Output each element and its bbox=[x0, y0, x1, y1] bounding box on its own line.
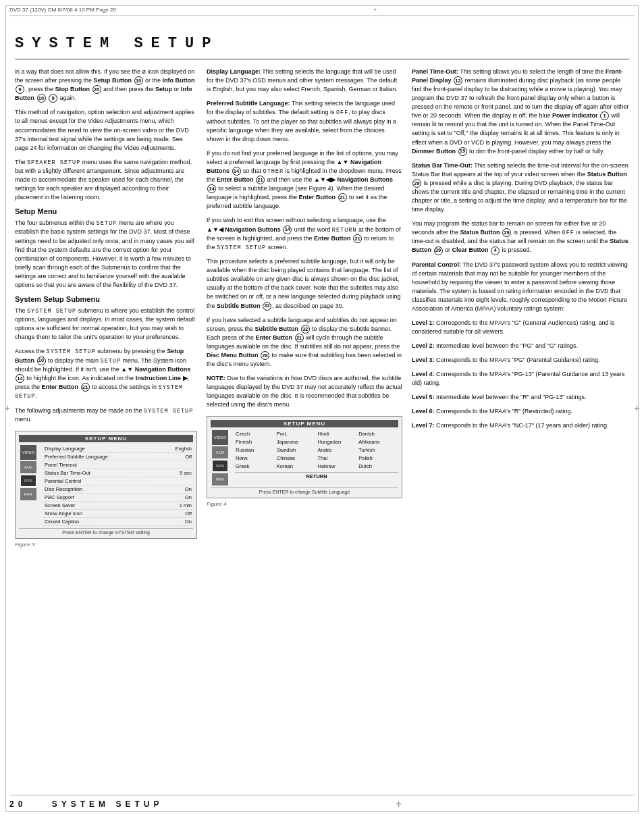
level5-para: Level 5: Intermediate level between the … bbox=[412, 393, 629, 402]
figure3-icon-system: SYS bbox=[20, 475, 36, 487]
page-title: SYSTEM SETUP bbox=[15, 35, 629, 52]
following-text: The following adjustments may be made on… bbox=[15, 406, 197, 424]
figure4-menu-col: Czech Port. Hindi Danish Finnish Japanes… bbox=[235, 430, 398, 485]
figure4-icon-col: VIDEO AUD SYS PAR bbox=[211, 430, 230, 485]
nav-para: This method of navigation, option select… bbox=[15, 108, 197, 152]
lang-hindi: Hindi bbox=[317, 430, 358, 438]
header-text: DVD 37 (120V) OM 8/7/06 4:10 PM Page 20 bbox=[9, 7, 116, 13]
footer-section: SYSTEM SETUP bbox=[52, 799, 163, 809]
lang-afrikaans: Afrikaans bbox=[358, 438, 398, 446]
figure3-menu-col: Display LanguageEnglish Preferred Subtit… bbox=[43, 445, 193, 526]
system-setup-submenu-heading: System Setup Submenu bbox=[15, 295, 197, 303]
level4-para: Level 4: Corresponds to the MPAA's "PG-1… bbox=[412, 370, 629, 388]
menu-row-1: Display LanguageEnglish bbox=[43, 445, 193, 453]
level2-para: Level 2: Intermediate level between the … bbox=[412, 342, 629, 350]
lang-korean: Korean bbox=[276, 463, 317, 470]
lang-czech: Czech bbox=[235, 430, 275, 438]
lang-hebrew: Hebrew bbox=[317, 463, 358, 470]
figure4-caption: Figure 4 bbox=[207, 501, 402, 507]
top-header: DVD 37 (120V) OM 8/7/06 4:10 PM Page 20 … bbox=[9, 7, 635, 16]
figure3-icon-parental: PAR bbox=[20, 488, 36, 500]
level7-para: Level 7: Corresponds to the MPAA's "NC-1… bbox=[412, 421, 629, 430]
exit-para: If you wish to exit this screen without … bbox=[207, 216, 402, 252]
access-text: Access the System Setup submenu by press… bbox=[15, 347, 197, 400]
lang-arabic: Arabic bbox=[317, 446, 358, 454]
not-found-para: If you do not find your preferred langua… bbox=[207, 149, 402, 211]
display-lang-heading: Display Language: bbox=[207, 68, 261, 75]
crosshair-right: + bbox=[634, 402, 640, 415]
menu-row-8: Screen Saver1 min bbox=[43, 502, 193, 510]
lang-swedish: Swedish bbox=[276, 446, 317, 454]
columns-container: in a way that does not allow this. If yo… bbox=[15, 68, 629, 552]
column-left: in a way that does not allow this. If yo… bbox=[15, 68, 197, 552]
menu-row-6: Disc RecognitionOn bbox=[43, 485, 193, 494]
crosshair-top: + bbox=[374, 7, 377, 13]
figure3-icon-video: VIDEO bbox=[20, 445, 36, 460]
lang-japanese: Japanese bbox=[276, 438, 317, 446]
figure4-container: SETUP MENU VIDEO AUD SYS bbox=[207, 416, 402, 507]
menu-row-3: Panel Timeout bbox=[43, 461, 193, 469]
language-grid: Czech Port. Hindi Danish Finnish Japanes… bbox=[235, 430, 398, 480]
note-para: NOTE: Due to the variations in how DVD d… bbox=[207, 374, 402, 409]
figure3-caption: Figure 3 bbox=[15, 542, 197, 548]
lang-greek: Greek bbox=[235, 463, 275, 470]
figure4-icon-system: SYS bbox=[212, 460, 228, 472]
status-bar-timeout-para: Status Bar Time-Out: This setting select… bbox=[412, 161, 629, 214]
panel-timeout-para: Panel Time-Out: This setting allows you … bbox=[412, 68, 629, 156]
column-right: Panel Time-Out: This setting allows you … bbox=[412, 68, 629, 552]
lang-danish: Danish bbox=[358, 430, 398, 438]
main-content: SYSTEM SETUP in a way that does not allo… bbox=[15, 35, 629, 779]
figure3-icon-audio: AUD bbox=[20, 461, 36, 473]
speaker-para: The Speaker Setup menu uses the same nav… bbox=[15, 158, 197, 203]
footer-page-number: 20 bbox=[9, 799, 26, 809]
figure3-container: SETUP MENU VIDEO AUD SYS bbox=[15, 431, 197, 548]
figure4-title: SETUP MENU bbox=[211, 420, 398, 427]
lang-return: RETURN bbox=[235, 472, 398, 480]
figure4-enter-note: Press ENTER to change Subtitle Language bbox=[211, 487, 398, 494]
lang-russian: Russian bbox=[235, 446, 275, 454]
setup-menu-heading: Setup Menu bbox=[15, 207, 197, 215]
lang-hungarian: Hungarian bbox=[317, 438, 358, 446]
figure3-icon-col: VIDEO AUD SYS PAR bbox=[19, 445, 38, 526]
procedure-para: This procedure selects a preferred subti… bbox=[207, 257, 402, 310]
figure3-inner: VIDEO AUD SYS PAR bbox=[19, 445, 193, 526]
selected-para: If you have selected a subtitle language… bbox=[207, 316, 402, 369]
system-setup-text: The System Setup submenu is where you es… bbox=[15, 307, 197, 342]
lang-port: Port. bbox=[276, 430, 317, 438]
level6-para: Level 6: Corresponds to the MPAA's "R" (… bbox=[412, 407, 629, 416]
figure4-box: SETUP MENU VIDEO AUD SYS bbox=[207, 416, 402, 498]
figure4-icon-audio: AUD bbox=[212, 446, 228, 458]
lang-finnish: Finnish bbox=[235, 438, 275, 446]
crosshair-bottom: + bbox=[396, 798, 402, 810]
level3-para: Level 3: Corresponds to the MPAA's "PG" … bbox=[412, 356, 629, 365]
menu-row-5: Parental Control bbox=[43, 477, 193, 485]
figure4-icon-parental: PAR bbox=[212, 473, 228, 485]
lang-dutch: Dutch bbox=[358, 463, 398, 470]
crosshair-left: + bbox=[4, 402, 10, 415]
level1-para: Level 1: Corresponds to the MPAA's "G" (… bbox=[412, 319, 629, 336]
menu-row-4: Status Bar Time-Out5 sec bbox=[43, 469, 193, 477]
menu-row-2: Preferred Subtitle LanguageOff bbox=[43, 453, 193, 461]
figure4-inner: VIDEO AUD SYS PAR bbox=[211, 430, 398, 485]
display-lang-para: Display Language: This setting selects t… bbox=[207, 68, 402, 94]
figure3-title: SETUP MENU bbox=[19, 435, 193, 442]
figure3-enter-note: Press ENTER to change SYSTEM setting bbox=[19, 528, 193, 535]
pref-subtitle-para: Preferred Subtitle Language: This settin… bbox=[207, 99, 402, 144]
menu-row-10: Closed CaptionOn bbox=[43, 518, 193, 526]
lang-norw: Norw. bbox=[235, 454, 275, 462]
parental-control-para: Parental Control: The DVD 37's password … bbox=[412, 261, 629, 313]
lang-thai: Thai bbox=[317, 454, 358, 462]
lang-turkish: Turkish bbox=[358, 446, 398, 454]
footer-page-section: 20 SYSTEM SETUP bbox=[9, 799, 163, 809]
title-rule bbox=[15, 59, 629, 59]
menu-row-9: Show Angle IconOff bbox=[43, 510, 193, 518]
figure4-icon-video: VIDEO bbox=[212, 430, 228, 445]
bottom-footer: 20 SYSTEM SETUP + bbox=[9, 795, 635, 810]
menu-row-7: PBC SupportOn bbox=[43, 494, 193, 502]
figure3-box: SETUP MENU VIDEO AUD SYS bbox=[15, 431, 197, 539]
setup-menu-text: The four submenus within the Setup menu … bbox=[15, 219, 197, 290]
intro-para: in a way that does not allow this. If yo… bbox=[15, 68, 197, 103]
lang-chinese: Chinese bbox=[276, 454, 317, 462]
column-middle: Display Language: This setting selects t… bbox=[207, 68, 402, 552]
lang-polish: Polish bbox=[358, 454, 398, 462]
